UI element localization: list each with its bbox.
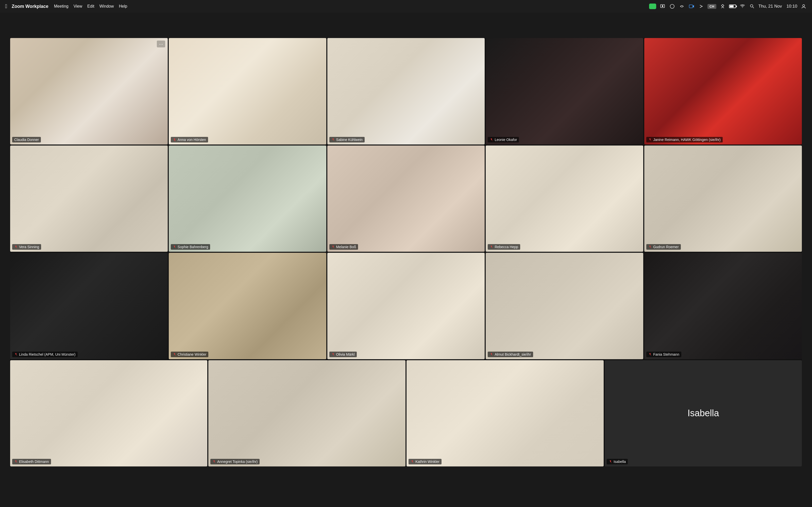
video-cell-claudia-donner: ··· Claudia Donner xyxy=(10,38,168,145)
participant-label-christiane: Christiane Winkler xyxy=(171,352,209,357)
svg-point-4 xyxy=(750,5,753,7)
mute-icon xyxy=(173,138,176,142)
isabella-name: Isabella xyxy=(688,408,719,418)
menu-meeting[interactable]: Meeting xyxy=(54,4,68,9)
menu-window[interactable]: Window xyxy=(99,4,114,9)
tray-icon-3[interactable] xyxy=(678,3,685,10)
menu-view[interactable]: View xyxy=(73,4,82,9)
video-cell-rebecca: Rebecca Hepp xyxy=(486,146,643,252)
mute-icon xyxy=(173,245,176,249)
menubar:  Zoom Workplace Meeting View Edit Windo… xyxy=(0,0,812,13)
svg-point-1 xyxy=(662,5,663,7)
participant-label-anna: Anna von Hörsten xyxy=(171,137,208,143)
video-cell-melanie: Melanie Boß xyxy=(327,146,485,252)
mute-icon xyxy=(14,353,18,356)
participant-label-vera: Vera Sinning xyxy=(12,244,41,250)
ch-badge[interactable]: CH xyxy=(707,4,716,9)
mute-icon xyxy=(490,353,493,356)
video-cell-linda: Linda Rietschel (APM, Uni Münster) xyxy=(10,253,168,359)
participant-name: Gudrun Roemer xyxy=(653,245,678,249)
participant-label-almut: Almut Bickhardt_sie/ihr xyxy=(488,352,533,357)
video-grid: ··· Claudia Donner Anna von Hörsten Sabi… xyxy=(10,38,802,466)
wifi-icon[interactable] xyxy=(739,3,746,10)
video-cell-sabine: Sabine Kühlwein xyxy=(327,38,485,145)
participant-name: Janine Reimann, HAWK Göttingen (sie/ihr) xyxy=(653,138,721,142)
mute-icon xyxy=(411,460,414,463)
tray-icon-arrow[interactable] xyxy=(698,3,704,10)
mute-icon xyxy=(332,353,335,356)
mute-icon xyxy=(490,245,493,249)
video-cell-sophie: Sophie Bahrenberg xyxy=(169,146,326,252)
menu-edit[interactable]: Edit xyxy=(87,4,94,9)
video-cell-gudrun: Gudrun Roemer xyxy=(644,146,802,252)
mute-icon xyxy=(609,460,612,463)
status-button[interactable] xyxy=(649,4,656,9)
mute-icon xyxy=(648,138,652,142)
svg-line-5 xyxy=(753,7,754,8)
participant-name: Anna von Hörsten xyxy=(177,138,206,142)
participant-label-annegret: Annegret Topinka (sie/ihr) xyxy=(210,459,260,464)
participant-name: Elisabeth Dittmann xyxy=(19,460,49,464)
cell-menu-dots[interactable]: ··· xyxy=(157,41,165,47)
tray-icon-2[interactable] xyxy=(669,3,675,10)
mute-icon xyxy=(332,138,335,142)
participant-label-fania: Fania Stehmann xyxy=(646,352,681,357)
participant-name: Leonie Okafor xyxy=(495,138,517,142)
video-cell-vera: Vera Sinning xyxy=(10,146,168,252)
video-cell-kathrin: Kathrin Winkler xyxy=(407,360,604,467)
video-cell-olivia: Olivia Märkl xyxy=(327,253,485,359)
video-cell-almut: Almut Bickhardt_sie/ihr xyxy=(486,253,643,359)
mute-icon xyxy=(648,245,652,249)
video-cell-fania: Fania Stehmann xyxy=(644,253,802,359)
participant-label-sophie: Sophie Bahrenberg xyxy=(171,244,210,250)
isabella-placeholder: Isabella xyxy=(605,360,802,467)
row4-container: Elisabeth Dittmann Annegret Topinka (sie… xyxy=(10,360,802,467)
participant-label-kathrin: Kathrin Winkler xyxy=(409,459,442,464)
menubar-time: 10:10 xyxy=(786,4,797,9)
search-icon[interactable] xyxy=(749,3,755,10)
mute-icon xyxy=(648,353,652,356)
participant-name: Olivia Märkl xyxy=(336,352,355,356)
user-menu-icon[interactable] xyxy=(800,3,807,10)
video-cell-anna: Anna von Hörsten xyxy=(169,38,326,145)
svg-point-6 xyxy=(803,5,805,7)
mute-icon xyxy=(14,460,18,463)
participant-label-janine: Janine Reimann, HAWK Göttingen (sie/ihr) xyxy=(646,137,723,143)
participant-name: Annegret Topinka (sie/ihr) xyxy=(217,460,258,464)
mute-icon xyxy=(212,460,216,463)
video-cell-annegret: Annegret Topinka (sie/ihr) xyxy=(208,360,405,467)
participant-name: Sabine Kühlwein xyxy=(336,138,363,142)
tray-icon-zoom[interactable] xyxy=(688,3,695,10)
mute-icon xyxy=(173,353,176,356)
participant-label-melanie: Melanie Boß xyxy=(329,244,358,250)
tray-icon-1[interactable] xyxy=(659,3,666,10)
video-cell-janine: Janine Reimann, HAWK Göttingen (sie/ihr) xyxy=(644,38,802,145)
bluetooth-icon[interactable] xyxy=(719,3,726,10)
participant-name: Sophie Bahrenberg xyxy=(177,245,208,249)
menubar-right: CH Thu, 21 Nov 10:10 xyxy=(649,3,807,10)
participant-label-leonie: Leonie Okafor xyxy=(488,137,519,143)
participant-name: Vera Sinning xyxy=(19,245,39,249)
menubar-date: Thu, 21 Nov xyxy=(758,4,782,9)
video-cell-isabella: Isabella Isabella xyxy=(605,360,802,467)
participant-name: Rebecca Hepp xyxy=(495,245,518,249)
apple-logo-icon[interactable]:  xyxy=(5,3,7,10)
participant-name: Isabella xyxy=(614,460,626,464)
battery-icon xyxy=(729,5,736,8)
participant-name: Almut Bickhardt_sie/ihr xyxy=(495,352,531,356)
participant-label-rebecca: Rebecca Hepp xyxy=(488,244,520,250)
svg-rect-3 xyxy=(689,5,693,8)
participant-name: Claudia Donner xyxy=(14,138,39,142)
participant-name: Kathrin Winkler xyxy=(415,460,440,464)
mute-icon xyxy=(14,245,18,249)
app-name[interactable]: Zoom Workplace xyxy=(12,4,48,9)
video-cell-leonie: Leonie Okafor xyxy=(486,38,643,145)
participant-label-claudia-donner: Claudia Donner xyxy=(12,137,41,143)
participant-label-isabella: Isabella xyxy=(607,459,628,464)
participant-label-elisabeth: Elisabeth Dittmann xyxy=(12,459,51,464)
video-cell-christiane: Christiane Winkler xyxy=(169,253,326,359)
participant-name: Christiane Winkler xyxy=(177,352,207,356)
menu-help[interactable]: Help xyxy=(119,4,128,9)
svg-point-2 xyxy=(670,4,674,8)
mute-icon xyxy=(490,138,493,142)
